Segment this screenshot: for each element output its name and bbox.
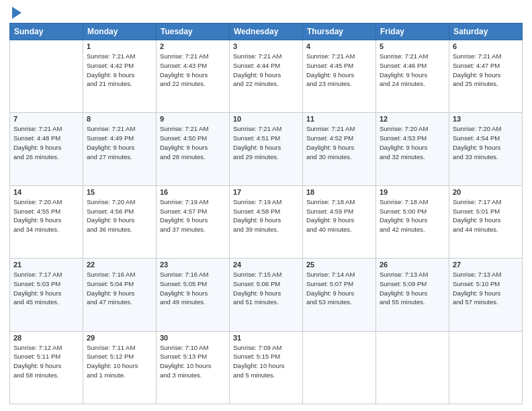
week-row-2: 14Sunrise: 7:20 AM Sunset: 4:55 PM Dayli… bbox=[10, 185, 523, 258]
calendar-table: SundayMondayTuesdayWednesdayThursdayFrid… bbox=[9, 23, 523, 404]
day-info: Sunrise: 7:21 AM Sunset: 4:51 PM Dayligh… bbox=[233, 124, 299, 161]
day-info: Sunrise: 7:17 AM Sunset: 5:01 PM Dayligh… bbox=[453, 197, 519, 234]
day-number: 9 bbox=[160, 115, 226, 123]
day-number: 4 bbox=[306, 42, 372, 50]
day-number: 23 bbox=[160, 261, 226, 269]
column-header-tuesday: Tuesday bbox=[157, 24, 230, 40]
calendar-cell: 18Sunrise: 7:18 AM Sunset: 4:59 PM Dayli… bbox=[303, 185, 376, 258]
day-number: 17 bbox=[233, 188, 299, 196]
calendar-cell: 3Sunrise: 7:21 AM Sunset: 4:44 PM Daylig… bbox=[230, 40, 303, 113]
calendar-cell: 30Sunrise: 7:10 AM Sunset: 5:13 PM Dayli… bbox=[157, 331, 230, 404]
day-info: Sunrise: 7:19 AM Sunset: 4:57 PM Dayligh… bbox=[160, 197, 226, 234]
day-number: 11 bbox=[306, 115, 372, 123]
day-info: Sunrise: 7:21 AM Sunset: 4:43 PM Dayligh… bbox=[160, 52, 226, 89]
day-info: Sunrise: 7:16 AM Sunset: 5:04 PM Dayligh… bbox=[87, 270, 152, 307]
day-number: 16 bbox=[160, 188, 226, 196]
day-number: 6 bbox=[453, 42, 519, 50]
day-number: 14 bbox=[13, 188, 79, 196]
day-info: Sunrise: 7:11 AM Sunset: 5:12 PM Dayligh… bbox=[87, 343, 152, 380]
day-number: 25 bbox=[306, 261, 372, 269]
day-number: 7 bbox=[13, 115, 79, 123]
day-number: 24 bbox=[233, 261, 299, 269]
day-info: Sunrise: 7:10 AM Sunset: 5:13 PM Dayligh… bbox=[160, 343, 226, 380]
day-info: Sunrise: 7:21 AM Sunset: 4:47 PM Dayligh… bbox=[453, 52, 519, 89]
day-number: 3 bbox=[233, 42, 299, 50]
week-row-1: 7Sunrise: 7:21 AM Sunset: 4:48 PM Daylig… bbox=[10, 113, 523, 185]
day-number: 2 bbox=[160, 42, 226, 50]
day-info: Sunrise: 7:20 AM Sunset: 4:55 PM Dayligh… bbox=[13, 197, 79, 234]
calendar-cell: 1Sunrise: 7:21 AM Sunset: 4:42 PM Daylig… bbox=[83, 40, 157, 113]
calendar-cell: 8Sunrise: 7:21 AM Sunset: 4:49 PM Daylig… bbox=[83, 113, 157, 185]
calendar-cell: 11Sunrise: 7:21 AM Sunset: 4:52 PM Dayli… bbox=[303, 113, 376, 185]
calendar-cell: 23Sunrise: 7:16 AM Sunset: 5:05 PM Dayli… bbox=[157, 259, 230, 331]
calendar-cell: 6Sunrise: 7:21 AM Sunset: 4:47 PM Daylig… bbox=[449, 40, 523, 113]
day-number: 1 bbox=[87, 42, 152, 50]
calendar-cell: 22Sunrise: 7:16 AM Sunset: 5:04 PM Dayli… bbox=[83, 259, 157, 331]
column-header-monday: Monday bbox=[83, 24, 157, 40]
day-info: Sunrise: 7:18 AM Sunset: 5:00 PM Dayligh… bbox=[380, 197, 445, 234]
day-info: Sunrise: 7:21 AM Sunset: 4:50 PM Dayligh… bbox=[160, 124, 226, 161]
day-info: Sunrise: 7:21 AM Sunset: 4:44 PM Dayligh… bbox=[233, 52, 299, 89]
day-number: 8 bbox=[87, 115, 152, 123]
day-info: Sunrise: 7:21 AM Sunset: 4:48 PM Dayligh… bbox=[13, 124, 79, 161]
calendar-cell: 24Sunrise: 7:15 AM Sunset: 5:06 PM Dayli… bbox=[230, 259, 303, 331]
day-number: 30 bbox=[160, 334, 226, 342]
calendar-cell: 16Sunrise: 7:19 AM Sunset: 4:57 PM Dayli… bbox=[157, 185, 230, 258]
day-info: Sunrise: 7:20 AM Sunset: 4:54 PM Dayligh… bbox=[453, 124, 519, 161]
day-number: 26 bbox=[380, 261, 445, 269]
calendar-cell bbox=[303, 331, 376, 404]
day-number: 20 bbox=[453, 188, 519, 196]
column-header-wednesday: Wednesday bbox=[230, 24, 303, 40]
calendar-cell: 21Sunrise: 7:17 AM Sunset: 5:03 PM Dayli… bbox=[10, 259, 83, 331]
day-info: Sunrise: 7:21 AM Sunset: 4:46 PM Dayligh… bbox=[380, 52, 445, 89]
calendar-body: 1Sunrise: 7:21 AM Sunset: 4:42 PM Daylig… bbox=[10, 40, 523, 404]
calendar-cell: 27Sunrise: 7:13 AM Sunset: 5:10 PM Dayli… bbox=[449, 259, 523, 331]
day-info: Sunrise: 7:15 AM Sunset: 5:06 PM Dayligh… bbox=[233, 270, 299, 307]
day-info: Sunrise: 7:20 AM Sunset: 4:56 PM Dayligh… bbox=[87, 197, 152, 234]
column-header-sunday: Sunday bbox=[10, 24, 83, 40]
svg-marker-0 bbox=[12, 7, 21, 19]
calendar-cell: 25Sunrise: 7:14 AM Sunset: 5:07 PM Dayli… bbox=[303, 259, 376, 331]
day-number: 19 bbox=[380, 188, 445, 196]
day-info: Sunrise: 7:13 AM Sunset: 5:09 PM Dayligh… bbox=[380, 270, 445, 307]
calendar-cell: 5Sunrise: 7:21 AM Sunset: 4:46 PM Daylig… bbox=[376, 40, 449, 113]
calendar-cell: 19Sunrise: 7:18 AM Sunset: 5:00 PM Dayli… bbox=[376, 185, 449, 258]
column-header-saturday: Saturday bbox=[449, 24, 523, 40]
day-info: Sunrise: 7:21 AM Sunset: 4:42 PM Dayligh… bbox=[87, 52, 152, 89]
day-info: Sunrise: 7:09 AM Sunset: 5:15 PM Dayligh… bbox=[233, 343, 299, 380]
logo bbox=[9, 7, 21, 19]
day-number: 12 bbox=[380, 115, 445, 123]
calendar-cell bbox=[376, 331, 449, 404]
day-info: Sunrise: 7:13 AM Sunset: 5:10 PM Dayligh… bbox=[453, 270, 519, 307]
day-info: Sunrise: 7:21 AM Sunset: 4:52 PM Dayligh… bbox=[306, 124, 372, 161]
logo-icon bbox=[11, 7, 21, 19]
calendar-cell: 17Sunrise: 7:19 AM Sunset: 4:58 PM Dayli… bbox=[230, 185, 303, 258]
header bbox=[9, 7, 523, 19]
day-info: Sunrise: 7:17 AM Sunset: 5:03 PM Dayligh… bbox=[13, 270, 79, 307]
day-info: Sunrise: 7:16 AM Sunset: 5:05 PM Dayligh… bbox=[160, 270, 226, 307]
day-number: 15 bbox=[87, 188, 152, 196]
calendar-cell: 4Sunrise: 7:21 AM Sunset: 4:45 PM Daylig… bbox=[303, 40, 376, 113]
day-info: Sunrise: 7:21 AM Sunset: 4:49 PM Dayligh… bbox=[87, 124, 152, 161]
day-info: Sunrise: 7:20 AM Sunset: 4:53 PM Dayligh… bbox=[380, 124, 445, 161]
calendar-cell bbox=[449, 331, 523, 404]
day-info: Sunrise: 7:18 AM Sunset: 4:59 PM Dayligh… bbox=[306, 197, 372, 234]
column-header-thursday: Thursday bbox=[303, 24, 376, 40]
calendar-header-row: SundayMondayTuesdayWednesdayThursdayFrid… bbox=[10, 24, 523, 40]
day-number: 18 bbox=[306, 188, 372, 196]
day-number: 22 bbox=[87, 261, 152, 269]
day-info: Sunrise: 7:21 AM Sunset: 4:45 PM Dayligh… bbox=[306, 52, 372, 89]
calendar-cell: 13Sunrise: 7:20 AM Sunset: 4:54 PM Dayli… bbox=[449, 113, 523, 185]
calendar-cell: 29Sunrise: 7:11 AM Sunset: 5:12 PM Dayli… bbox=[83, 331, 157, 404]
calendar-cell: 2Sunrise: 7:21 AM Sunset: 4:43 PM Daylig… bbox=[157, 40, 230, 113]
week-row-4: 28Sunrise: 7:12 AM Sunset: 5:11 PM Dayli… bbox=[10, 331, 523, 404]
day-number: 10 bbox=[233, 115, 299, 123]
calendar-cell: 12Sunrise: 7:20 AM Sunset: 4:53 PM Dayli… bbox=[376, 113, 449, 185]
calendar-cell: 10Sunrise: 7:21 AM Sunset: 4:51 PM Dayli… bbox=[230, 113, 303, 185]
week-row-0: 1Sunrise: 7:21 AM Sunset: 4:42 PM Daylig… bbox=[10, 40, 523, 113]
day-number: 31 bbox=[233, 334, 299, 342]
page: SundayMondayTuesdayWednesdayThursdayFrid… bbox=[0, 0, 532, 411]
calendar-cell: 15Sunrise: 7:20 AM Sunset: 4:56 PM Dayli… bbox=[83, 185, 157, 258]
day-number: 29 bbox=[87, 334, 152, 342]
day-number: 5 bbox=[380, 42, 445, 50]
